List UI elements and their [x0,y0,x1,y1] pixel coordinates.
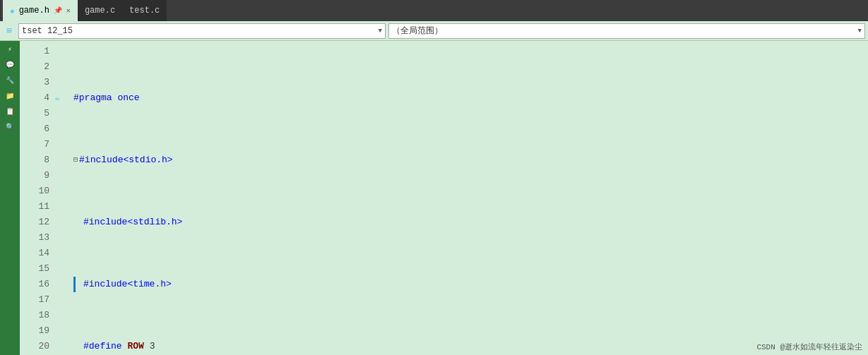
line-num-8: 8 [20,152,49,168]
keyword-include-3: #include<stdlib.h> [83,215,182,230]
gutter-icon-4: 📁 [3,90,17,103]
marker-1 [55,44,68,59]
marker-14 [55,246,68,261]
scope-dropdown-1[interactable]: tset 12_15 ▼ [18,23,386,39]
line-num-14: 14 [20,246,49,261]
marker-18 [55,308,68,323]
code-line-2: ⊟#include<stdio.h> [73,152,868,168]
toolbar-icon-btn[interactable]: ⊞ [3,25,16,37]
marker-19 [55,323,68,339]
left-gutter: ⚡ 💬 🔧 📁 📋 🔍 [0,41,20,355]
scope-dropdown-2[interactable]: （全局范围） ▼ [388,23,865,39]
line-num-9: 9 [20,168,49,183]
marker-10 [55,183,68,199]
tab-label-game-h: game.h [19,6,49,16]
marker-15 [55,261,68,277]
gutter-icon-3: 🔧 [3,75,17,88]
keyword-include-4: #include<time.h> [83,277,172,292]
keyword-include-2: #include<stdio.h> [79,152,173,168]
marker-4: ✏ [55,90,68,106]
line-num-6: 6 [20,121,49,137]
scope-dropdown-1-arrow: ▼ [379,28,382,35]
line-num-5: 5 [20,106,49,121]
credit-text: CSDN @逝水如流年轻往返染尘 [756,343,862,351]
line-num-13: 13 [20,230,49,246]
marker-9 [55,168,68,183]
define-key-row: ROW [127,339,143,354]
line-num-12: 12 [20,215,49,230]
pin-icon: 📌 [54,6,62,15]
pencil-icon-4: ✏ [55,93,60,104]
toolbar-bar: ⊞ tset 12_15 ▼ （全局范围） ▼ [0,21,868,41]
code-line-3: #include<stdlib.h> [73,215,868,230]
marker-7 [55,137,68,152]
line-numbers: 1 2 3 4 5 6 7 8 9 10 11 12 13 14 15 16 1… [20,41,55,355]
marker-2 [55,59,68,75]
scope-dropdown-2-value: （全局范围） [392,25,443,37]
marker-3 [55,75,68,90]
gutter-icon-6: 🔍 [3,121,17,134]
scope-dropdown-1-value: tset 12_15 [22,26,73,36]
tab-bar: ◈ game.h 📌 ✕ game.c test.c [0,0,868,21]
line-num-2: 2 [20,59,49,75]
code-line-4: #include<time.h> [73,277,868,292]
marker-11 [55,199,68,215]
marker-5 [55,106,68,121]
line-num-16: 16 [20,277,49,292]
gutter-icon-1: ⚡ [3,44,17,56]
tab-label-game-c: game.c [85,6,115,16]
tab-game-c[interactable]: game.c [78,0,122,21]
marker-12 [55,215,68,230]
tab-game-h[interactable]: ◈ game.h 📌 ✕ [3,0,78,21]
line-num-4: 4 [20,90,49,106]
tab-label-test-c: test.c [129,6,160,16]
code-line-5: #define ROW 3 [73,339,868,354]
line-num-17: 17 [20,292,49,308]
line-num-15: 15 [20,261,49,277]
file-icon-game-h: ◈ [10,6,15,16]
marker-8 [55,152,68,168]
code-line-1: #pragma once [73,90,868,106]
line-num-20: 20 [20,339,49,354]
gutter-icon-5: 📋 [3,106,17,119]
collapse-icon-2: ⊟ [73,152,78,168]
line-num-19: 19 [20,323,49,339]
line-num-11: 11 [20,199,49,215]
line-markers: ✏ [55,41,68,355]
marker-17 [55,292,68,308]
marker-13 [55,230,68,246]
line-num-10: 10 [20,183,49,199]
line-num-7: 7 [20,137,49,152]
marker-16 [55,277,68,292]
line-num-3: 3 [20,75,49,90]
gutter-icon-2: 💬 [3,59,17,72]
keyword-pragma-1: #pragma once [73,90,140,106]
tab-test-c[interactable]: test.c [122,0,167,21]
toolbar-icon: ⊞ [6,25,11,36]
keyword-define-5: #define [83,339,122,354]
marker-6 [55,121,68,137]
marker-20 [55,339,68,354]
code-editor[interactable]: #pragma once ⊟#include<stdio.h> #include… [68,41,868,355]
scope-dropdown-2-arrow: ▼ [858,28,862,35]
line-num-18: 18 [20,308,49,323]
code-area: ⚡ 💬 🔧 📁 📋 🔍 1 2 3 4 5 6 7 8 9 10 11 12 1… [0,41,868,355]
line-num-1: 1 [20,44,49,59]
close-tab-game-h[interactable]: ✕ [66,6,71,15]
bottom-credit: CSDN @逝水如流年轻往返染尘 [756,342,862,352]
